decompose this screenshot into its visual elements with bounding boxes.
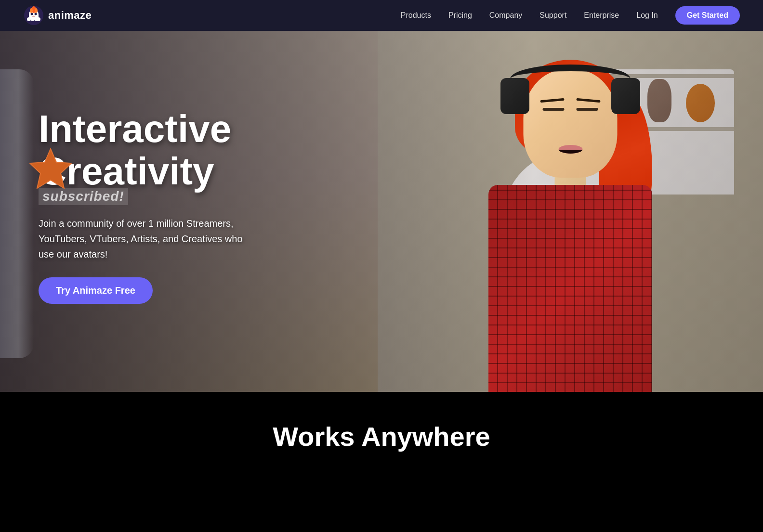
svg-point-9 bbox=[32, 16, 35, 17]
svg-point-11 bbox=[30, 8, 33, 13]
svg-marker-13 bbox=[30, 149, 71, 188]
avatar-body bbox=[488, 185, 652, 392]
eye-right bbox=[577, 108, 598, 111]
mouth bbox=[558, 145, 582, 154]
headphone-right bbox=[611, 78, 640, 114]
hero-subtitle: Join a community of over 1 million Strea… bbox=[39, 216, 250, 262]
avatar-container bbox=[450, 45, 691, 392]
svg-point-8 bbox=[35, 13, 37, 15]
nav-products[interactable]: Products bbox=[401, 11, 431, 20]
nav-support[interactable]: Support bbox=[539, 11, 566, 20]
lamp bbox=[0, 69, 34, 358]
navbar: animaze Products Pricing Company Support… bbox=[0, 0, 763, 31]
works-anywhere-title: Works Anywhere bbox=[0, 421, 763, 452]
works-anywhere-section: Works Anywhere bbox=[0, 392, 763, 491]
svg-point-6 bbox=[37, 17, 40, 21]
plaid-pattern bbox=[488, 185, 652, 392]
headphone-left bbox=[500, 78, 529, 114]
login-button[interactable]: Log In bbox=[636, 11, 658, 20]
hero-section: Interactive Creativity subscribed! Join … bbox=[0, 31, 763, 392]
logo-icon bbox=[23, 5, 44, 26]
nav-enterprise[interactable]: Enterprise bbox=[584, 11, 619, 20]
svg-point-12 bbox=[35, 8, 38, 13]
logo[interactable]: animaze bbox=[23, 5, 92, 26]
hero-title-line1: Interactive bbox=[39, 108, 250, 150]
nav-links: Products Pricing Company Support Enterpr… bbox=[401, 6, 740, 25]
star-decoration bbox=[29, 146, 72, 199]
try-free-button[interactable]: Try Animaze Free bbox=[39, 277, 153, 304]
get-started-button[interactable]: Get Started bbox=[675, 6, 740, 25]
svg-point-3 bbox=[27, 17, 31, 21]
eyebrow-right bbox=[576, 98, 600, 103]
hero-content: Interactive Creativity subscribed! Join … bbox=[39, 108, 250, 304]
svg-point-4 bbox=[31, 17, 35, 21]
brand-name: animaze bbox=[48, 9, 92, 22]
eyebrow-left bbox=[540, 98, 564, 103]
nav-pricing[interactable]: Pricing bbox=[448, 11, 472, 20]
eye-left bbox=[543, 108, 565, 111]
nav-company[interactable]: Company bbox=[489, 11, 522, 20]
svg-point-7 bbox=[31, 13, 33, 15]
